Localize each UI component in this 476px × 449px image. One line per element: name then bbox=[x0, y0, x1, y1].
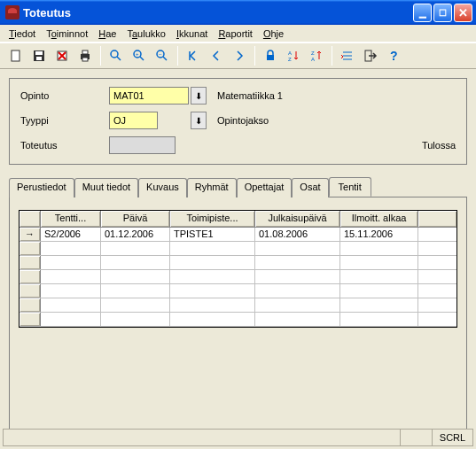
menubar: Tiedot Toiminnot Hae Taulukko Ikkunat Ra… bbox=[0, 25, 476, 43]
tab-muuttiedot[interactable]: Muut tiedot bbox=[74, 178, 138, 197]
tab-tentit[interactable]: Tentit bbox=[329, 177, 371, 197]
table-row[interactable] bbox=[20, 298, 456, 313]
grid-col-julkaisu[interactable]: Julkaisupäivä bbox=[255, 211, 340, 227]
cell-extra[interactable] bbox=[418, 228, 456, 241]
tyyppi-label: Tyyppi bbox=[20, 115, 109, 126]
grid-col-ilmoitt[interactable]: Ilmoitt. alkaa bbox=[340, 211, 418, 227]
titlebar: Toteutus ▁ ☐ ✕ bbox=[0, 0, 476, 25]
toteutus-input[interactable] bbox=[109, 136, 176, 154]
sort-asc-icon[interactable]: AZ bbox=[283, 45, 304, 66]
search-icon[interactable] bbox=[105, 45, 127, 66]
opinto-input[interactable] bbox=[109, 87, 189, 105]
tyyppi-lookup-button[interactable]: ⬇ bbox=[191, 112, 207, 129]
cell-tentti[interactable]: S2/2006 bbox=[41, 228, 101, 241]
svg-line-11 bbox=[117, 57, 121, 60]
tab-panel: Tentti... Päivä Toimipiste... Julkaisupä… bbox=[9, 197, 467, 445]
table-row[interactable] bbox=[20, 313, 456, 327]
table-row[interactable]: S2/2006 01.12.2006 TPISTE1 01.08.2006 15… bbox=[20, 228, 456, 242]
exit-icon[interactable] bbox=[360, 45, 381, 66]
cell-toimipiste[interactable]: TPISTE1 bbox=[170, 228, 255, 241]
sort-desc-icon[interactable]: ZA bbox=[306, 45, 327, 66]
table-row[interactable] bbox=[20, 242, 456, 256]
opinto-label: Opinto bbox=[20, 90, 109, 101]
svg-text:?: ? bbox=[390, 49, 398, 63]
svg-rect-8 bbox=[82, 50, 88, 54]
opinto-desc: Matematiikka 1 bbox=[217, 90, 283, 101]
save-icon[interactable] bbox=[28, 45, 50, 66]
grid: Tentti... Päivä Toimipiste... Julkaisupä… bbox=[19, 210, 457, 328]
svg-text:+: + bbox=[136, 51, 139, 57]
prev-icon[interactable] bbox=[206, 45, 227, 66]
lock-icon[interactable] bbox=[260, 45, 281, 66]
table-row[interactable] bbox=[20, 256, 456, 270]
help-icon[interactable]: ? bbox=[383, 45, 404, 66]
status-scrl: SCRL bbox=[432, 430, 472, 445]
grid-col-toimipiste[interactable]: Toimipiste... bbox=[170, 211, 255, 227]
toteutus-label: Toteutus bbox=[20, 140, 109, 151]
menu-hae[interactable]: Hae bbox=[93, 27, 121, 41]
tab-ryhmat[interactable]: Ryhmät bbox=[187, 178, 237, 197]
tab-kuvaus[interactable]: Kuvaus bbox=[138, 178, 187, 197]
row-indicator bbox=[20, 228, 41, 241]
grid-col-extra[interactable] bbox=[418, 211, 456, 227]
close-button[interactable]: ✕ bbox=[454, 4, 472, 22]
tyyppi-desc: Opintojakso bbox=[217, 115, 269, 126]
menu-ohje[interactable]: Ohje bbox=[258, 27, 289, 41]
cell-julkaisu[interactable]: 01.08.2006 bbox=[255, 228, 340, 241]
svg-text:Z: Z bbox=[311, 50, 315, 56]
menu-toiminnot[interactable]: Toiminnot bbox=[41, 27, 93, 41]
menu-raportit[interactable]: Raportit bbox=[213, 27, 258, 41]
opinto-lookup-button[interactable]: ⬇ bbox=[191, 87, 207, 105]
app-icon bbox=[5, 5, 20, 19]
delete-icon[interactable] bbox=[51, 45, 73, 66]
new-icon[interactable] bbox=[5, 45, 27, 66]
print-icon[interactable] bbox=[74, 45, 96, 66]
status-cell-1 bbox=[400, 430, 432, 445]
grid-header: Tentti... Päivä Toimipiste... Julkaisupä… bbox=[20, 211, 456, 228]
window-title: Toteutus bbox=[23, 6, 413, 19]
svg-line-13 bbox=[140, 57, 144, 60]
tab-osat[interactable]: Osat bbox=[292, 178, 328, 197]
svg-line-16 bbox=[163, 57, 167, 60]
table-row[interactable] bbox=[20, 284, 456, 298]
next-icon[interactable] bbox=[229, 45, 250, 66]
grid-rowhead-header[interactable] bbox=[20, 211, 41, 227]
cell-ilmoitt[interactable]: 15.11.2006 bbox=[340, 228, 418, 241]
tab-perustiedot[interactable]: Perustiedot bbox=[9, 178, 74, 197]
zoom-in-icon[interactable]: + bbox=[129, 45, 150, 66]
svg-rect-19 bbox=[267, 55, 274, 60]
table-row[interactable] bbox=[20, 270, 456, 284]
tyyppi-input[interactable] bbox=[109, 112, 158, 129]
tabs: Perustiedot Muut tiedot Kuvaus Ryhmät Op… bbox=[9, 177, 467, 197]
svg-text:Z: Z bbox=[288, 57, 292, 62]
list-icon[interactable] bbox=[337, 45, 358, 66]
zoom-out-icon[interactable]: – bbox=[152, 45, 173, 66]
grid-col-paiva[interactable]: Päivä bbox=[101, 211, 170, 227]
toolbar: + – AZ ZA ? bbox=[0, 43, 476, 69]
svg-text:A: A bbox=[288, 50, 292, 56]
svg-rect-3 bbox=[36, 57, 42, 60]
first-icon[interactable] bbox=[183, 45, 204, 66]
svg-rect-0 bbox=[12, 50, 20, 61]
menu-ikkunat[interactable]: Ikkunat bbox=[171, 27, 213, 41]
toteutus-status: Tulossa bbox=[422, 140, 456, 151]
tab-opettajat[interactable]: Opettajat bbox=[237, 178, 293, 197]
cell-paiva[interactable]: 01.12.2006 bbox=[101, 228, 170, 241]
statusbar: SCRL bbox=[3, 429, 473, 446]
maximize-button[interactable]: ☐ bbox=[433, 4, 452, 22]
menu-tiedot[interactable]: Tiedot bbox=[4, 27, 41, 41]
grid-col-tentti[interactable]: Tentti... bbox=[41, 211, 101, 227]
svg-text:–: – bbox=[159, 51, 162, 57]
form-fieldset: Opinto ⬇ Matematiikka 1 Tyyppi ⬇ Opintoj… bbox=[9, 78, 467, 165]
svg-rect-9 bbox=[82, 58, 88, 61]
svg-rect-2 bbox=[35, 51, 43, 55]
svg-text:A: A bbox=[311, 57, 315, 62]
svg-point-10 bbox=[111, 50, 118, 58]
menu-taulukko[interactable]: Taulukko bbox=[121, 27, 170, 41]
minimize-button[interactable]: ▁ bbox=[413, 4, 432, 22]
grid-body: S2/2006 01.12.2006 TPISTE1 01.08.2006 15… bbox=[20, 228, 456, 327]
